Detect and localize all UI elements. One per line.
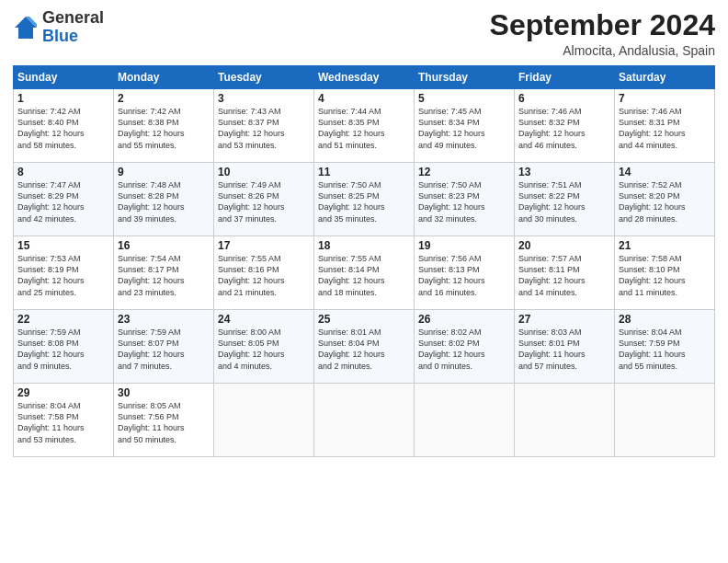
day-header-monday: Monday [114, 66, 214, 89]
day-info: Sunrise: 7:57 AM Sunset: 8:11 PM Dayligh… [518, 253, 610, 298]
day-header-tuesday: Tuesday [214, 66, 314, 89]
logo-blue: Blue [42, 27, 78, 45]
day-cell: 17Sunrise: 7:55 AM Sunset: 8:16 PM Dayli… [214, 236, 314, 310]
week-row-2: 8Sunrise: 7:47 AM Sunset: 8:29 PM Daylig… [14, 163, 715, 236]
day-info: Sunrise: 8:00 AM Sunset: 8:05 PM Dayligh… [218, 327, 310, 372]
day-cell: 6Sunrise: 7:46 AM Sunset: 8:32 PM Daylig… [515, 89, 615, 163]
day-cell: 28Sunrise: 8:04 AM Sunset: 7:59 PM Dayli… [615, 310, 715, 384]
day-info: Sunrise: 7:55 AM Sunset: 8:16 PM Dayligh… [218, 253, 310, 298]
header-row: SundayMondayTuesdayWednesdayThursdayFrid… [14, 66, 715, 89]
day-cell [515, 384, 615, 457]
day-cell: 19Sunrise: 7:56 AM Sunset: 8:13 PM Dayli… [415, 236, 515, 310]
day-header-wednesday: Wednesday [314, 66, 415, 89]
day-cell: 11Sunrise: 7:50 AM Sunset: 8:25 PM Dayli… [314, 163, 415, 236]
location: Almocita, Andalusia, Spain [490, 43, 715, 58]
title-block: September 2024 Almocita, Andalusia, Spai… [490, 9, 715, 58]
day-number: 19 [418, 239, 510, 252]
day-info: Sunrise: 7:42 AM Sunset: 8:38 PM Dayligh… [118, 106, 210, 151]
day-info: Sunrise: 8:04 AM Sunset: 7:59 PM Dayligh… [619, 327, 711, 372]
day-cell: 18Sunrise: 7:55 AM Sunset: 8:14 PM Dayli… [314, 236, 415, 310]
day-cell [214, 384, 314, 457]
day-number: 4 [318, 92, 410, 105]
day-number: 17 [218, 239, 310, 252]
day-info: Sunrise: 7:48 AM Sunset: 8:28 PM Dayligh… [118, 179, 210, 224]
day-info: Sunrise: 7:46 AM Sunset: 8:32 PM Dayligh… [518, 106, 610, 151]
day-info: Sunrise: 8:03 AM Sunset: 8:01 PM Dayligh… [518, 327, 610, 372]
day-info: Sunrise: 7:42 AM Sunset: 8:40 PM Dayligh… [17, 106, 109, 151]
day-info: Sunrise: 7:56 AM Sunset: 8:13 PM Dayligh… [418, 253, 510, 298]
day-cell: 27Sunrise: 8:03 AM Sunset: 8:01 PM Dayli… [515, 310, 615, 384]
day-number: 16 [118, 239, 210, 252]
day-number: 15 [17, 239, 109, 252]
day-info: Sunrise: 7:44 AM Sunset: 8:35 PM Dayligh… [318, 106, 410, 151]
day-cell: 24Sunrise: 8:00 AM Sunset: 8:05 PM Dayli… [214, 310, 314, 384]
day-cell: 8Sunrise: 7:47 AM Sunset: 8:29 PM Daylig… [14, 163, 114, 236]
day-info: Sunrise: 7:51 AM Sunset: 8:22 PM Dayligh… [518, 179, 610, 224]
day-cell: 1Sunrise: 7:42 AM Sunset: 8:40 PM Daylig… [14, 89, 114, 163]
week-row-4: 22Sunrise: 7:59 AM Sunset: 8:08 PM Dayli… [14, 310, 715, 384]
day-info: Sunrise: 8:05 AM Sunset: 7:56 PM Dayligh… [118, 400, 210, 445]
day-number: 8 [17, 166, 109, 178]
page-header: General Blue September 2024 Almocita, An… [13, 9, 715, 58]
day-number: 11 [318, 166, 410, 178]
day-number: 28 [619, 313, 711, 326]
day-number: 25 [318, 313, 410, 326]
day-header-thursday: Thursday [415, 66, 515, 89]
day-cell: 12Sunrise: 7:50 AM Sunset: 8:23 PM Dayli… [415, 163, 515, 236]
day-info: Sunrise: 7:45 AM Sunset: 8:34 PM Dayligh… [418, 106, 510, 151]
day-number: 7 [619, 92, 711, 105]
day-cell: 13Sunrise: 7:51 AM Sunset: 8:22 PM Dayli… [515, 163, 615, 236]
day-info: Sunrise: 7:53 AM Sunset: 8:19 PM Dayligh… [17, 253, 109, 298]
day-number: 3 [218, 92, 310, 105]
day-info: Sunrise: 7:59 AM Sunset: 8:07 PM Dayligh… [118, 327, 210, 372]
day-number: 24 [218, 313, 310, 326]
day-number: 20 [518, 239, 610, 252]
day-number: 21 [619, 239, 711, 252]
day-cell: 30Sunrise: 8:05 AM Sunset: 7:56 PM Dayli… [114, 384, 214, 457]
day-cell: 3Sunrise: 7:43 AM Sunset: 8:37 PM Daylig… [214, 89, 314, 163]
day-cell: 2Sunrise: 7:42 AM Sunset: 8:38 PM Daylig… [114, 89, 214, 163]
day-number: 30 [118, 386, 210, 399]
day-number: 5 [418, 92, 510, 105]
svg-marker-0 [15, 17, 37, 39]
day-cell: 9Sunrise: 7:48 AM Sunset: 8:28 PM Daylig… [114, 163, 214, 236]
week-row-5: 29Sunrise: 8:04 AM Sunset: 7:58 PM Dayli… [14, 384, 715, 457]
day-cell: 5Sunrise: 7:45 AM Sunset: 8:34 PM Daylig… [415, 89, 515, 163]
day-cell: 4Sunrise: 7:44 AM Sunset: 8:35 PM Daylig… [314, 89, 415, 163]
day-info: Sunrise: 7:50 AM Sunset: 8:25 PM Dayligh… [318, 179, 410, 224]
day-number: 18 [318, 239, 410, 252]
day-number: 23 [118, 313, 210, 326]
day-cell [615, 384, 715, 457]
day-number: 12 [418, 166, 510, 178]
day-cell: 29Sunrise: 8:04 AM Sunset: 7:58 PM Dayli… [14, 384, 114, 457]
day-number: 29 [17, 386, 109, 399]
day-cell: 7Sunrise: 7:46 AM Sunset: 8:31 PM Daylig… [615, 89, 715, 163]
day-number: 10 [218, 166, 310, 178]
day-cell [314, 384, 415, 457]
day-header-friday: Friday [515, 66, 615, 89]
day-cell: 22Sunrise: 7:59 AM Sunset: 8:08 PM Dayli… [14, 310, 114, 384]
logo-general: General [42, 8, 104, 27]
logo: General Blue [13, 9, 104, 46]
day-info: Sunrise: 7:49 AM Sunset: 8:26 PM Dayligh… [218, 179, 310, 224]
day-cell: 10Sunrise: 7:49 AM Sunset: 8:26 PM Dayli… [214, 163, 314, 236]
day-cell: 16Sunrise: 7:54 AM Sunset: 8:17 PM Dayli… [114, 236, 214, 310]
day-info: Sunrise: 8:04 AM Sunset: 7:58 PM Dayligh… [17, 400, 109, 445]
day-number: 27 [518, 313, 610, 326]
month-title: September 2024 [490, 9, 715, 41]
day-info: Sunrise: 8:02 AM Sunset: 8:02 PM Dayligh… [418, 327, 510, 372]
day-info: Sunrise: 7:47 AM Sunset: 8:29 PM Dayligh… [17, 179, 109, 224]
day-info: Sunrise: 7:50 AM Sunset: 8:23 PM Dayligh… [418, 179, 510, 224]
day-cell: 21Sunrise: 7:58 AM Sunset: 8:10 PM Dayli… [615, 236, 715, 310]
day-info: Sunrise: 7:46 AM Sunset: 8:31 PM Dayligh… [619, 106, 711, 151]
day-number: 26 [418, 313, 510, 326]
day-number: 13 [518, 166, 610, 178]
day-info: Sunrise: 7:58 AM Sunset: 8:10 PM Dayligh… [619, 253, 711, 298]
day-info: Sunrise: 8:01 AM Sunset: 8:04 PM Dayligh… [318, 327, 410, 372]
day-cell: 15Sunrise: 7:53 AM Sunset: 8:19 PM Dayli… [14, 236, 114, 310]
day-number: 2 [118, 92, 210, 105]
day-number: 22 [17, 313, 109, 326]
day-number: 14 [619, 166, 711, 178]
day-info: Sunrise: 7:52 AM Sunset: 8:20 PM Dayligh… [619, 179, 711, 224]
logo-icon [13, 15, 39, 40]
